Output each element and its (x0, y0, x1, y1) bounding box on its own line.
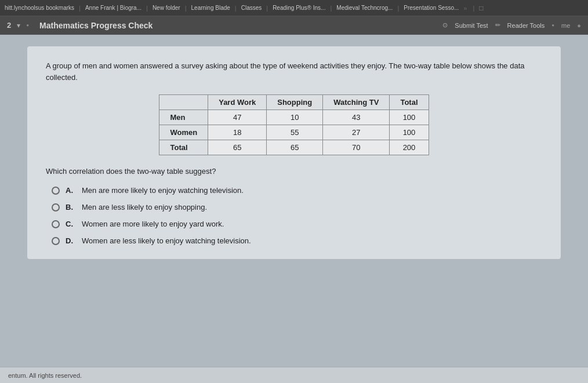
cell-women-total: 100 (390, 125, 429, 140)
bookmark-8[interactable]: Presentation Sesso... (404, 5, 459, 11)
answer-text-b: Men are less likely to enjoy shopping. (82, 203, 207, 211)
answer-text-d: Women are less likely to enjoy watching … (82, 236, 251, 245)
profile-button[interactable]: me (561, 22, 570, 29)
answer-text-a: Men are more likely to enjoy watching te… (82, 186, 244, 195)
cell-men-total: 100 (390, 110, 429, 125)
nav-actions: ⊙ Submit Test ✏ Reader Tools ● me ● (442, 21, 581, 29)
bookmark-2[interactable]: Anne Frank | Biogra... (85, 5, 141, 11)
letter-d: D. (66, 236, 76, 245)
answer-option-d[interactable]: D. Women are less likely to enjoy watchi… (52, 236, 542, 245)
col-header-yard-work: Yard Work (208, 95, 267, 110)
table-wrapper: Yard Work Shopping Watching TV Total Men… (46, 94, 542, 155)
table-row: Men 47 10 43 100 (159, 110, 429, 125)
data-table: Yard Work Shopping Watching TV Total Men… (159, 94, 429, 155)
answer-option-b[interactable]: B. Men are less likely to enjoy shopping… (52, 203, 542, 211)
submit-test-button[interactable]: Submit Test (455, 22, 488, 29)
question-number[interactable]: 2 (7, 21, 11, 30)
footer: entum. All rights reserved. (0, 367, 588, 383)
cell-total-yard-work: 65 (208, 140, 267, 155)
answer-options: A. Men are more likely to enjoy watching… (46, 186, 542, 245)
answer-option-c[interactable]: C. Women are more likely to enjoy yard w… (52, 220, 542, 228)
cell-women-shopping: 55 (267, 125, 323, 140)
info-dot: ● (551, 23, 554, 28)
col-header-watching-tv: Watching TV (323, 95, 390, 110)
radio-c[interactable] (52, 220, 60, 228)
letter-a: A. (66, 186, 76, 195)
row-label-total: Total (159, 140, 208, 155)
nav-dot: ● (26, 23, 29, 28)
cell-women-yard-work: 18 (208, 125, 267, 140)
col-header-shopping: Shopping (267, 95, 323, 110)
radio-b[interactable] (52, 203, 60, 211)
profile-icon: ● (577, 22, 581, 29)
col-header-empty (159, 95, 208, 110)
cell-total-shopping: 65 (267, 140, 323, 155)
table-row: Women 18 55 27 100 (159, 125, 429, 140)
radio-a[interactable] (52, 187, 60, 195)
submit-icon: ⊙ (442, 21, 448, 29)
row-label-women: Women (159, 125, 208, 140)
bookmark-1[interactable]: hitt.lynchoolsus bookmarks (5, 5, 74, 11)
radio-d[interactable] (52, 237, 60, 245)
bookmark-4[interactable]: Learning Blade (191, 5, 230, 11)
cell-men-shopping: 10 (267, 110, 323, 125)
row-label-men: Men (159, 110, 208, 125)
dropdown-arrow-icon[interactable]: ▾ (17, 21, 20, 30)
bookmark-5[interactable]: Classes (241, 5, 262, 11)
pencil-icon: ✏ (495, 21, 500, 29)
cell-total-watching-tv: 70 (323, 140, 390, 155)
cell-men-watching-tv: 43 (323, 110, 390, 125)
answer-option-a[interactable]: A. Men are more likely to enjoy watching… (52, 186, 542, 195)
question-text: A group of men and women answered a surv… (46, 60, 542, 83)
question-card: A group of men and women answered a surv… (27, 46, 561, 259)
bookmark-3[interactable]: New folder (153, 5, 180, 11)
table-row: Total 65 65 70 200 (159, 140, 429, 155)
footer-text: entum. All rights reserved. (8, 372, 82, 379)
correlation-question: Which correlation does the two-way table… (46, 167, 542, 176)
main-content: A group of men and women answered a surv… (0, 35, 588, 367)
cell-men-yard-work: 47 (208, 110, 267, 125)
col-header-total: Total (390, 95, 429, 110)
bookmark-6[interactable]: Reading Plus® Ins... (273, 5, 325, 11)
nav-bar: 2 ▾ ● Mathematics Progress Check ⊙ Submi… (0, 16, 588, 35)
cell-women-watching-tv: 27 (323, 125, 390, 140)
answer-text-c: Women are more likely to enjoy yard work… (82, 220, 224, 228)
page-title: Mathematics Progress Check (39, 21, 437, 30)
table-header-row: Yard Work Shopping Watching TV Total (159, 95, 429, 110)
letter-b: B. (66, 203, 76, 211)
cell-total-total: 200 (390, 140, 429, 155)
bookmarks-bar: hitt.lynchoolsus bookmarks | Anne Frank … (0, 0, 588, 16)
letter-c: C. (66, 220, 76, 228)
reader-tools-button[interactable]: Reader Tools (507, 22, 545, 29)
bookmark-7[interactable]: Medieval Techncrog... (336, 5, 393, 11)
